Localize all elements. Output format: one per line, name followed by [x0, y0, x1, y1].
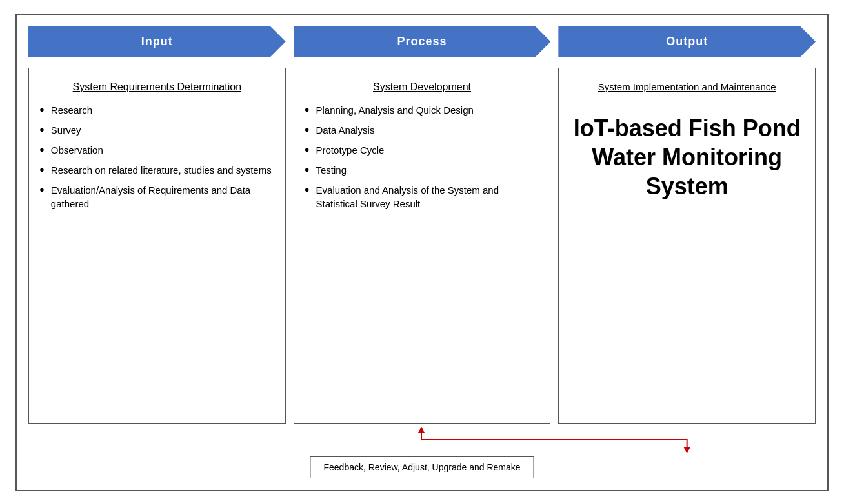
content-row: System Requirements Determination Resear… [28, 68, 816, 424]
list-item: Observation [39, 143, 275, 157]
process-header: Process [294, 26, 551, 57]
output-header: Output [558, 26, 816, 57]
list-item: Testing [305, 163, 540, 177]
input-label: Input [141, 35, 173, 48]
output-subtitle: System Implementation and Maintenance [598, 80, 776, 95]
feedback-label: Feedback, Review, Adjust, Upgrade and Re… [310, 456, 534, 478]
list-item: Prototype Cycle [305, 143, 540, 157]
process-label: Process [397, 35, 447, 48]
input-title: System Requirements Determination [39, 80, 275, 94]
process-column: System Development Planning, Analysis an… [294, 68, 551, 424]
header-row: Input Process Output [28, 26, 816, 57]
svg-marker-4 [684, 447, 690, 454]
output-title: IoT-based Fish Pond Water Monitoring Sys… [569, 114, 805, 201]
list-item: Survey [39, 123, 275, 137]
list-item: Research on related literature, studies … [39, 163, 275, 177]
input-column: System Requirements Determination Resear… [28, 68, 286, 424]
feedback-row: Feedback, Review, Adjust, Upgrade and Re… [28, 427, 816, 478]
diagram-wrapper: Input Process Output System Requirements… [15, 14, 829, 491]
input-bullet-list: Research Survey Observation Research on … [39, 103, 275, 210]
output-label: Output [666, 35, 708, 48]
list-item: Research [39, 103, 275, 117]
list-item: Planning, Analysis and Quick Design [305, 103, 540, 117]
list-item: Data Analysis [305, 123, 540, 137]
output-column: System Implementation and Maintenance Io… [558, 68, 816, 424]
process-title: System Development [305, 80, 540, 94]
list-item: Evaluation/Analysis of Requirements and … [39, 183, 275, 210]
process-bullet-list: Planning, Analysis and Quick Design Data… [305, 103, 540, 210]
svg-marker-2 [418, 427, 425, 433]
input-header: Input [28, 26, 286, 57]
list-item: Evaluation and Analysis of the System an… [305, 183, 540, 210]
